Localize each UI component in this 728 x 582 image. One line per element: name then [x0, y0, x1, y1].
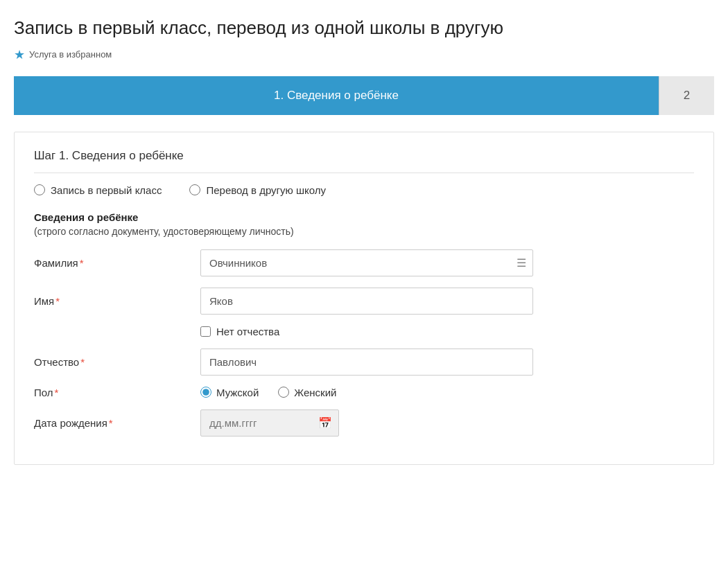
patronymic-input[interactable]: [200, 349, 533, 376]
step-2-tab[interactable]: 2: [659, 76, 714, 115]
radio-transfer-input[interactable]: [189, 184, 200, 195]
subsection-note: (строго согласно документу, удостоверяющ…: [34, 226, 694, 237]
steps-bar: 1. Сведения о ребёнке 2: [14, 76, 714, 115]
service-type-radio-group: Запись в первый класс Перевод в другую ш…: [34, 184, 694, 196]
birth-date-label: Дата рождения*: [34, 417, 200, 429]
section-title: Шаг 1. Сведения о ребёнке: [34, 149, 694, 173]
no-patronymic-label: Нет отчества: [216, 326, 279, 337]
first-name-label: Имя*: [34, 295, 200, 307]
required-star-4: *: [55, 387, 59, 398]
first-name-row: Имя*: [34, 288, 694, 315]
form-card: Шаг 1. Сведения о ребёнке Запись в первы…: [14, 132, 714, 465]
no-patronymic-checkbox[interactable]: [200, 326, 211, 337]
required-star: *: [80, 257, 84, 269]
gender-male-option[interactable]: Мужской: [200, 387, 259, 398]
required-star-3: *: [80, 356, 85, 368]
patronymic-label: Отчество*: [34, 356, 200, 368]
patronymic-row: Отчество*: [34, 349, 694, 376]
radio-transfer[interactable]: Перевод в другую школу: [189, 184, 326, 196]
patronymic-input-wrap: [200, 349, 533, 376]
last-name-input[interactable]: [200, 249, 533, 276]
no-patronymic-row: Нет отчества: [34, 326, 694, 337]
star-icon: ★: [14, 47, 25, 62]
subsection-title: Сведения о ребёнке: [34, 211, 694, 223]
gender-female-option[interactable]: Женский: [278, 387, 336, 398]
last-name-row: Фамилия* ☰: [34, 249, 694, 276]
birth-date-input[interactable]: [200, 409, 339, 436]
gender-female-radio[interactable]: [278, 387, 289, 398]
radio-first-class[interactable]: Запись в первый класс: [34, 184, 162, 196]
gender-row: Пол* Мужской Женский: [34, 387, 694, 398]
required-star-5: *: [109, 417, 113, 429]
birth-date-input-wrap: 📅: [200, 409, 339, 436]
gender-label: Пол*: [34, 387, 200, 398]
last-name-label: Фамилия*: [34, 257, 200, 269]
favorite-label: Услуга в избранном: [29, 49, 112, 60]
page-title: Запись в первый класс, перевод из одной …: [14, 17, 714, 40]
birth-date-row: Дата рождения* 📅: [34, 409, 694, 436]
gender-options: Мужской Женский: [200, 387, 336, 398]
first-name-input-wrap: [200, 288, 533, 315]
first-name-input[interactable]: [200, 288, 533, 315]
step-1-tab[interactable]: 1. Сведения о ребёнке: [14, 76, 659, 115]
gender-male-radio[interactable]: [200, 387, 211, 398]
radio-first-class-input[interactable]: [34, 184, 45, 195]
last-name-input-wrap: ☰: [200, 249, 533, 276]
required-star-2: *: [55, 295, 60, 307]
